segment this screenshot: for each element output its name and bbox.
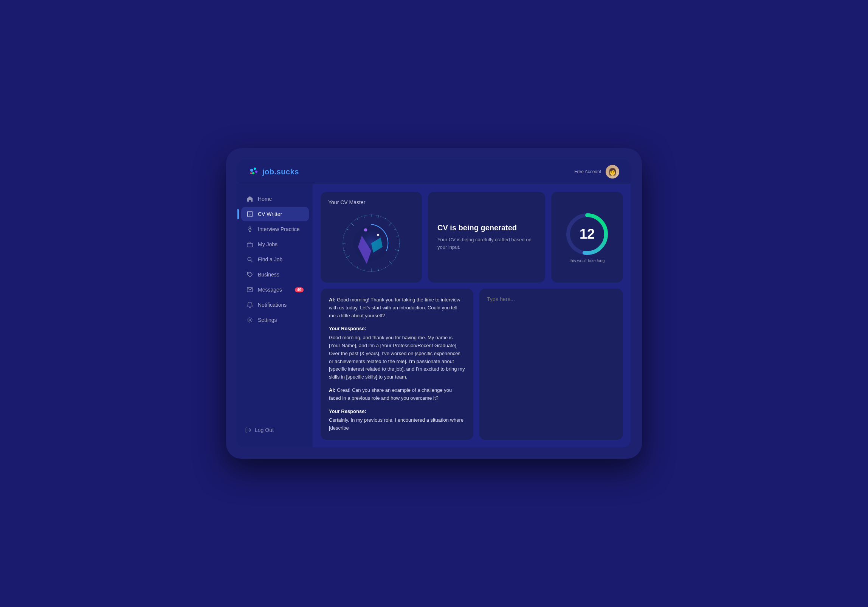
svg-point-44 — [377, 234, 379, 236]
svg-line-33 — [357, 266, 358, 268]
progress-circle: 12 — [564, 211, 610, 257]
orb-visualization — [337, 209, 405, 277]
sidebar: Home CV Writter — [237, 184, 313, 447]
logo: job.sucks — [249, 166, 299, 177]
response-label-2: Your Response: — [329, 408, 465, 416]
account-label: Free Account — [574, 169, 601, 174]
chat-message-2: Your Response: Good morning, and thank y… — [329, 325, 465, 381]
svg-line-28 — [389, 261, 392, 264]
sidebar-item-my-jobs[interactable]: My Jobs — [241, 237, 309, 251]
app-container: job.sucks Free Account 👩 Home — [237, 160, 631, 447]
sidebar-item-home[interactable]: Home — [241, 192, 309, 206]
svg-line-26 — [395, 250, 399, 251]
search-icon — [246, 256, 253, 263]
cv-master-label: Your CV Master — [328, 199, 414, 205]
sidebar-item-find-job[interactable]: Find a Job — [241, 252, 309, 267]
home-icon — [246, 196, 253, 202]
svg-point-13 — [248, 257, 251, 261]
svg-point-1 — [254, 168, 256, 170]
top-cards-row: Your CV Master — [321, 192, 623, 283]
content-area: Your CV Master — [313, 184, 631, 447]
sidebar-bottom: Log Out — [237, 420, 313, 440]
svg-point-2 — [255, 171, 257, 173]
input-card — [479, 289, 623, 440]
ai-text-2: Great! Can you share an example of a cha… — [329, 387, 452, 401]
sidebar-item-messages[interactable]: Messages 49 — [241, 283, 309, 297]
cv-master-card: Your CV Master — [321, 192, 422, 283]
status-card: CV is being generated Your CV is being c… — [428, 192, 545, 283]
tag-icon — [246, 271, 253, 278]
logo-icon — [249, 166, 259, 177]
logout-button[interactable]: Log Out — [245, 424, 305, 436]
svg-line-40 — [351, 223, 354, 226]
ai-label-1: AI: — [329, 297, 335, 303]
svg-point-45 — [364, 228, 367, 231]
top-bar: job.sucks Free Account 👩 — [237, 160, 631, 184]
svg-line-35 — [346, 256, 350, 258]
logo-text: job.sucks — [262, 168, 299, 176]
bell-icon — [246, 301, 253, 308]
response-label-1: Your Response: — [329, 325, 465, 333]
device-frame: job.sucks Free Account 👩 Home — [226, 148, 642, 459]
ai-text-1: Good morning! Thank you for taking the t… — [329, 297, 460, 318]
svg-point-17 — [249, 319, 251, 321]
avatar: 👩 — [606, 165, 619, 179]
ai-label-2: AI: — [329, 387, 335, 393]
cv-icon — [246, 211, 253, 217]
svg-point-3 — [252, 172, 254, 174]
bottom-cards-row: AI: Good morning! Thank you for taking t… — [321, 289, 623, 440]
sidebar-item-cv-writer[interactable]: CV Writter — [241, 207, 309, 221]
response-text-1: Good morning, and thank you for having m… — [329, 335, 465, 380]
progress-number: 12 — [580, 227, 595, 241]
response-input[interactable] — [487, 296, 615, 432]
orb-container — [328, 209, 414, 277]
sidebar-item-settings[interactable]: Settings — [241, 313, 309, 327]
status-title: CV is being generated — [437, 224, 536, 232]
status-description: Your CV is being carefully crafted based… — [437, 236, 536, 251]
svg-point-9 — [249, 227, 251, 229]
sidebar-nav: Home CV Writter — [237, 192, 313, 420]
messages-badge: 49 — [295, 287, 304, 292]
mic-icon — [246, 226, 253, 233]
response-text-2: Certainly. In my previous role, I encoun… — [329, 417, 463, 431]
svg-line-14 — [251, 260, 252, 262]
chat-message-1: AI: Good morning! Thank you for taking t… — [329, 296, 465, 320]
message-icon — [246, 286, 253, 293]
sidebar-item-notifications[interactable]: Notifications — [241, 298, 309, 312]
progress-card: 12 this won't take long — [551, 192, 623, 283]
sidebar-item-business[interactable]: Business — [241, 267, 309, 282]
svg-point-4 — [250, 172, 252, 174]
main-layout: Home CV Writter — [237, 184, 631, 447]
logout-icon — [245, 427, 251, 433]
svg-point-0 — [250, 169, 253, 172]
sidebar-item-interview-practice[interactable]: Interview Practice — [241, 222, 309, 236]
top-right: Free Account 👩 — [574, 165, 619, 179]
chat-card: AI: Good morning! Thank you for taking t… — [321, 289, 473, 440]
svg-point-15 — [248, 273, 249, 274]
briefcase-icon — [246, 241, 253, 248]
chat-message-3: AI: Great! Can you share an example of a… — [329, 387, 465, 402]
svg-rect-12 — [247, 243, 253, 247]
svg-line-38 — [344, 236, 344, 236]
chat-message-4: Your Response: Certainly. In my previous… — [329, 408, 465, 432]
progress-label: this won't take long — [569, 258, 604, 263]
gear-icon — [246, 317, 253, 323]
svg-line-22 — [389, 223, 392, 225]
